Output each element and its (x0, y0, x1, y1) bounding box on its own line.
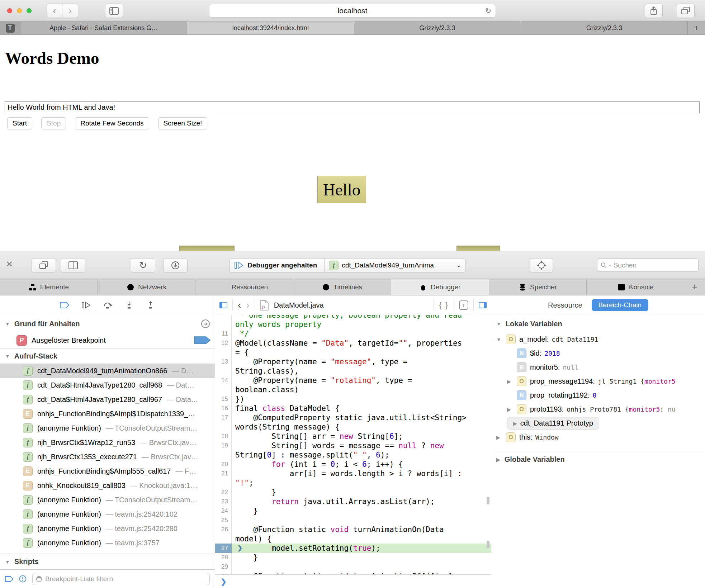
close-window-button[interactable] (7, 8, 12, 13)
share-button[interactable] (645, 4, 663, 18)
goto-breakpoint-button[interactable]: ➔ (201, 319, 210, 328)
search-input[interactable] (614, 261, 695, 269)
continue-icon[interactable] (81, 302, 91, 309)
pause-continue-icon[interactable] (234, 261, 244, 269)
prototype-pill[interactable]: ▶cdt_Data1191 Prototyp (507, 417, 599, 430)
sidebar-toggle-button[interactable] (105, 4, 123, 18)
screen-size-button[interactable]: Screen Size! (158, 117, 208, 129)
variable-row[interactable]: ▶Oproto1193:onhjs_Proto781 {monitor5: nu (491, 402, 705, 416)
code-line[interactable]: 11 */ (215, 329, 491, 338)
tab-resources[interactable]: Ressourcen (195, 279, 293, 295)
variable-row[interactable]: ▶Oprop_message1194:jl_String1 {monitor5 (491, 374, 705, 388)
variable-row[interactable]: ▶cdt_Data1191 Prototyp (491, 416, 705, 430)
pretty-print-icon[interactable]: { } (439, 300, 449, 310)
start-button[interactable]: Start (7, 117, 32, 129)
tab-timelines[interactable]: Timelines (293, 279, 391, 295)
pause-reason-section-header[interactable]: ▼ Grund für Anhalten ➔ (0, 315, 215, 332)
code-line[interactable]: 20 for (int i = 0; i < 6; i++) { (215, 460, 491, 469)
pause-reason-row[interactable]: P Ausgelöster Breakpoint (0, 332, 215, 348)
step-out-icon[interactable] (146, 301, 155, 309)
tab-resource[interactable]: Ressource (548, 301, 582, 309)
code-line[interactable]: 13 @Property(name = "message", type = St… (215, 357, 491, 376)
call-stack-item[interactable]: fcdt_DataModel949_turnAnimationOn866— D… (0, 364, 215, 378)
call-stack-item[interactable]: f(anonyme Funktion)— teavm.js:25420:280 (0, 521, 215, 536)
step-into-icon[interactable] (124, 301, 134, 309)
back-icon[interactable]: ‹ (238, 300, 241, 310)
code-line[interactable]: 21 arr[i] = words.length > i ? words[i] … (215, 469, 491, 488)
tab-console[interactable]: Konsole (587, 279, 684, 295)
call-stack-item[interactable]: fnjh_BrwsrCtx1353_execute271— BrwsrCtx.j… (0, 450, 215, 464)
code-line[interactable]: 14 @Property(name = "rotating", type = b… (215, 376, 491, 394)
code-line[interactable]: 19 String[] words = message == null ? ne… (215, 441, 491, 460)
code-line[interactable]: 15}) (215, 394, 491, 404)
reload-icon[interactable]: ↻ (485, 6, 491, 15)
code-line[interactable]: 25 (215, 516, 491, 525)
call-stack-item[interactable]: fcdt_Data$Html4JavaType1280_call968— Dat… (0, 378, 215, 392)
scrollbar-thumb[interactable] (487, 497, 489, 504)
tab-overview-button[interactable] (677, 4, 695, 18)
code-line[interactable]: 24 } (215, 506, 491, 516)
variable-row[interactable]: Nprop_rotating1192:0 (491, 388, 705, 402)
call-stack-item[interactable]: Eonhk_Knockout819_call803— Knockout.java… (0, 478, 215, 493)
code-line[interactable]: 22 } (215, 488, 491, 497)
add-tab-button[interactable]: + (684, 279, 705, 295)
code-line[interactable]: 18 String[] arr = new String[6]; (215, 432, 491, 441)
minimize-window-button[interactable] (17, 8, 22, 13)
type-profiler-icon[interactable]: T (459, 300, 468, 310)
close-inspector-icon[interactable]: ✕ (6, 259, 13, 269)
scripts-section-header[interactable]: ▼ Skripts (0, 554, 215, 569)
disclosure-closed-icon[interactable]: ▶ (507, 379, 517, 384)
local-variables-header[interactable]: ▼ Lokale Variablen (491, 315, 705, 332)
code-line[interactable]: 29 (215, 562, 491, 572)
dock-to-window-button[interactable] (32, 258, 56, 272)
zoom-window-button[interactable] (27, 8, 32, 13)
stop-button[interactable]: Stop (41, 117, 66, 129)
code-line[interactable]: 16final class DataModel { (215, 404, 491, 413)
code-line[interactable]: 30 @Function static void turnAnimationOf… (215, 572, 491, 574)
global-variables-header[interactable]: ▶ Globale Variablen (491, 451, 705, 468)
disclosure-closed-icon[interactable]: ▶ (507, 407, 517, 412)
download-button[interactable] (163, 258, 188, 272)
new-tab-button[interactable]: + (688, 22, 705, 34)
tab-storage[interactable]: Speicher (489, 279, 587, 295)
call-stack-item[interactable]: f(anonyme Funktion)— teavm.js:3757 (0, 536, 215, 550)
code-line[interactable]: 17 @ComputedProperty static java.util.Li… (215, 413, 491, 432)
tab-network[interactable]: Netzwerk (98, 279, 196, 295)
call-stack-item[interactable]: fnjh_BrwsrCtx$1Wrap12_run53— BrwsrCtx.ja… (0, 435, 215, 450)
code-line[interactable]: * one message property, boolean property… (215, 315, 491, 329)
pinned-tab[interactable]: T (0, 22, 20, 34)
variable-row[interactable]: ▶Othis:Window (491, 430, 705, 444)
code-line[interactable]: 12@Model(className = "Data", targetId=""… (215, 338, 491, 357)
tab-scope-chain[interactable]: Bereich-Chain (592, 299, 648, 311)
browser-tab[interactable]: Grizzly/2.3.3 (521, 22, 688, 34)
code-line[interactable]: 28 } (215, 553, 491, 562)
disclosure-open-icon[interactable]: ▼ (496, 337, 506, 342)
variable-row[interactable]: ▼Oa_model:cdt_Data1191 (491, 332, 705, 346)
call-stack-item[interactable]: Eonhjs_FunctionBinding$AImpl555_call617—… (0, 464, 215, 478)
exception-toggle-icon[interactable] (19, 575, 27, 583)
dock-to-side-button[interactable] (61, 258, 85, 272)
inspector-search-field[interactable]: ⌄ (597, 259, 699, 272)
disclosure-closed-icon[interactable]: ▶ (496, 435, 506, 440)
left-sidebar-toggle-icon[interactable] (219, 302, 227, 308)
forward-icon[interactable]: › (246, 300, 249, 310)
step-over-icon[interactable] (103, 301, 112, 309)
call-stack-item[interactable]: f(anonyme Funktion)— TConsoleOutputStrea… (0, 421, 215, 435)
scrollbar-thumb[interactable] (487, 541, 489, 548)
breakpoint-flag-icon[interactable] (194, 336, 210, 344)
right-sidebar-toggle-icon[interactable] (479, 302, 487, 308)
back-button[interactable]: ‹ (47, 4, 62, 18)
tab-debugger[interactable]: Debugger (391, 279, 489, 295)
address-bar[interactable]: localhost ↻ (209, 4, 496, 18)
variable-row[interactable]: Nmonitor5:null (491, 360, 705, 374)
variable-row[interactable]: N$id:2018 (491, 346, 705, 360)
code-line[interactable]: 27❯ model.setRotating(true); (215, 544, 491, 553)
quick-console-bar[interactable]: ❯ (215, 574, 491, 588)
code-line[interactable]: 23 return java.util.Arrays.asList(arr); (215, 497, 491, 506)
tab-elements[interactable]: Elemente (0, 279, 98, 295)
code-line[interactable]: 26 @Function static void turnAnimationOn… (215, 525, 491, 544)
element-picker-button[interactable] (530, 258, 553, 272)
call-stack-item[interactable]: f(anonyme Funktion)— TConsoleOutputStrea… (0, 493, 215, 507)
breakpoints-toggle-icon[interactable] (60, 302, 69, 309)
browser-tab[interactable]: Apple - Safari - Safari Extensions G… (20, 22, 187, 34)
